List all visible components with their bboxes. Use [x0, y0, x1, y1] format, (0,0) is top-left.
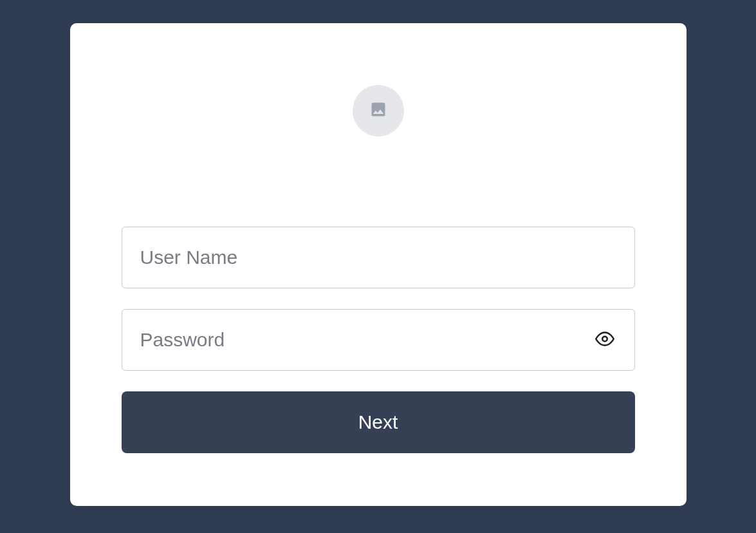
eye-icon — [595, 330, 614, 351]
avatar-placeholder — [353, 85, 404, 136]
login-card: Next — [70, 23, 687, 506]
login-form: Next — [122, 227, 635, 453]
username-input[interactable] — [122, 227, 635, 288]
password-field-wrapper — [122, 309, 635, 371]
next-button[interactable]: Next — [122, 391, 635, 453]
username-field-wrapper — [122, 227, 635, 288]
image-icon — [369, 100, 387, 121]
password-input[interactable] — [122, 309, 635, 371]
svg-point-0 — [602, 337, 607, 342]
toggle-password-visibility-button[interactable] — [590, 324, 620, 356]
